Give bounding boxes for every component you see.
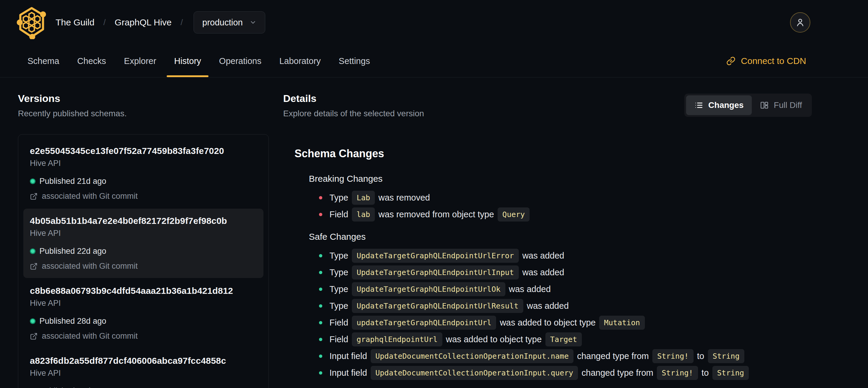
breaking-changes-title: Breaking Changes	[309, 173, 812, 184]
change-text: Input field	[330, 368, 367, 378]
schema-coordinate: String	[708, 349, 744, 363]
version-status-text: Published 28d ago	[39, 317, 106, 326]
change-text: was added to object type	[446, 334, 542, 345]
version-card[interactable]: e2e55045345ce13fe07f52a77459b83fa3fe7020…	[23, 139, 264, 208]
version-card[interactable]: c8b6e88a06793b9c4dfd54aaa21b36a1b421d812…	[23, 278, 264, 348]
safe-change-row: Input fieldUpdateDocumentCollectionOpera…	[309, 348, 812, 364]
change-text: was added to object type	[500, 318, 596, 328]
breadcrumb: The Guild / GraphQL Hive / production	[56, 11, 265, 33]
git-commit-link[interactable]: associated with Git commit	[30, 262, 257, 271]
git-commit-link[interactable]: associated with Git commit	[30, 331, 257, 341]
safe-bullet-icon	[319, 304, 322, 307]
full-diff-view-label: Full Diff	[774, 100, 802, 110]
schema-coordinate: Query	[498, 207, 530, 221]
chevron-down-icon	[249, 19, 256, 26]
schema-coordinate: String	[712, 366, 749, 380]
versions-subtitle: Recently published schemas.	[18, 109, 269, 119]
change-text: changed type from	[582, 368, 653, 378]
columns-icon	[760, 101, 769, 110]
safe-change-row: TypeUpdateTargetGraphQLEndpointUrlErrorw…	[309, 247, 812, 264]
breaking-bullet-icon	[319, 196, 322, 199]
change-text: was removed	[378, 193, 430, 203]
details-title: Details	[283, 92, 424, 104]
safe-changes-title: Safe Changes	[309, 231, 812, 242]
change-text: was removed from object type	[378, 210, 494, 219]
change-text: Input field	[330, 351, 367, 361]
change-text: Type	[330, 268, 348, 277]
change-text: changed type from	[577, 351, 649, 361]
safe-bullet-icon	[319, 271, 322, 274]
change-text: to	[702, 368, 709, 378]
user-icon	[795, 17, 805, 28]
safe-change-row: TypeUpdateTargetGraphQLEndpointUrlInputw…	[309, 264, 812, 281]
version-card[interactable]: a823f6db2a55df877dcf406006abca97fcc4858c…	[23, 349, 264, 388]
safe-bullet-icon	[319, 355, 322, 358]
view-toggle: Changes Full Diff	[684, 94, 812, 117]
tab-schema[interactable]: Schema	[19, 45, 68, 77]
tab-explorer[interactable]: Explorer	[115, 45, 165, 77]
breadcrumb-org[interactable]: The Guild	[56, 17, 94, 28]
version-hash: 4b05ab51b1b4a7e2e4b0ef82172f2b9f7ef98c0b	[30, 216, 257, 226]
change-text: was added	[509, 284, 551, 294]
version-card[interactable]: 4b05ab51b1b4a7e2e4b0ef82172f2b9f7ef98c0b…	[23, 209, 264, 278]
breaking-change-row: TypeLabwas removed	[309, 189, 812, 206]
details-panel: Details Explore details of the selected …	[283, 92, 812, 388]
safe-change-row: Input fieldUpdateDocumentCollectionOpera…	[309, 364, 812, 381]
version-hash: e2e55045345ce13fe07f52a77459b83fa3fe7020	[30, 146, 257, 156]
schema-coordinate: UpdateDocumentCollectionOperationInput.n…	[371, 349, 574, 363]
version-status-text: Published 21d ago	[39, 177, 106, 186]
breadcrumb-project[interactable]: GraphQL Hive	[115, 17, 172, 28]
schema-coordinate: Mutation	[599, 316, 645, 330]
schema-coordinate: graphqlEndpointUrl	[352, 332, 442, 347]
git-commit-label: associated with Git commit	[42, 262, 138, 271]
tab-history[interactable]: History	[165, 45, 210, 77]
version-hash: c8b6e88a06793b9c4dfd54aaa21b36a1b421d812	[30, 286, 257, 296]
safe-bullet-icon	[319, 338, 322, 341]
version-status-text: Published 40d ago	[39, 387, 106, 388]
schema-coordinate: UpdateDocumentCollectionOperationInput.q…	[371, 366, 578, 380]
breaking-changes-group: Breaking Changes TypeLabwas removedField…	[309, 173, 812, 223]
change-text: Field	[330, 210, 348, 219]
version-service: Hive API	[30, 229, 257, 238]
connect-to-cdn-link[interactable]: Connect to CDN	[726, 45, 806, 77]
changes-view-label: Changes	[708, 100, 743, 110]
change-text: Type	[330, 284, 348, 294]
external-link-icon	[30, 192, 38, 200]
schema-coordinate: UpdateTargetGraphQLEndpointUrlInput	[352, 265, 519, 279]
tab-operations[interactable]: Operations	[210, 45, 270, 77]
safe-bullet-icon	[319, 321, 322, 324]
schema-changes-title: Schema Changes	[294, 147, 812, 160]
version-status-text: Published 22d ago	[39, 247, 106, 256]
link-icon	[726, 56, 736, 66]
published-dot-icon	[30, 248, 35, 254]
git-commit-label: associated with Git commit	[42, 191, 138, 201]
primary-tabs: SchemaChecksExplorerHistoryOperationsLab…	[0, 45, 868, 77]
breadcrumb-separator: /	[103, 18, 106, 27]
hive-logo-icon[interactable]	[17, 6, 46, 39]
change-text: Type	[330, 193, 348, 203]
breaking-change-row: Fieldlabwas removed from object typeQuer…	[309, 206, 812, 223]
breadcrumb-separator: /	[181, 18, 183, 27]
changes-view-button[interactable]: Changes	[686, 95, 751, 115]
connect-to-cdn-label: Connect to CDN	[741, 56, 806, 66]
schema-coordinate: String!	[657, 366, 698, 380]
published-dot-icon	[30, 178, 35, 184]
change-text: was added	[522, 251, 564, 261]
git-commit-link[interactable]: associated with Git commit	[30, 191, 257, 201]
safe-bullet-icon	[319, 254, 322, 257]
tab-laboratory[interactable]: Laboratory	[270, 45, 330, 77]
full-diff-view-button[interactable]: Full Diff	[752, 95, 810, 115]
tab-checks[interactable]: Checks	[68, 45, 115, 77]
target-selector[interactable]: production	[193, 11, 265, 33]
schema-coordinate: updateTargetGraphQLEndpointUrl	[352, 316, 496, 330]
schema-coordinate: Lab	[352, 191, 375, 205]
version-hash: a823f6db2a55df877dcf406006abca97fcc4858c	[30, 356, 257, 366]
schema-coordinate: String!	[652, 349, 693, 363]
safe-bullet-icon	[319, 371, 322, 375]
user-avatar[interactable]	[790, 12, 810, 33]
safe-change-row: TypeUpdateTargetGraphQLEndpointUrlOkwas …	[309, 281, 812, 297]
versions-list: e2e55045345ce13fe07f52a77459b83fa3fe7020…	[18, 134, 269, 388]
change-text: Field	[330, 334, 348, 345]
tab-settings[interactable]: Settings	[330, 45, 379, 77]
safe-change-row: FieldupdateTargetGraphQLEndpointUrlwas a…	[309, 314, 812, 331]
